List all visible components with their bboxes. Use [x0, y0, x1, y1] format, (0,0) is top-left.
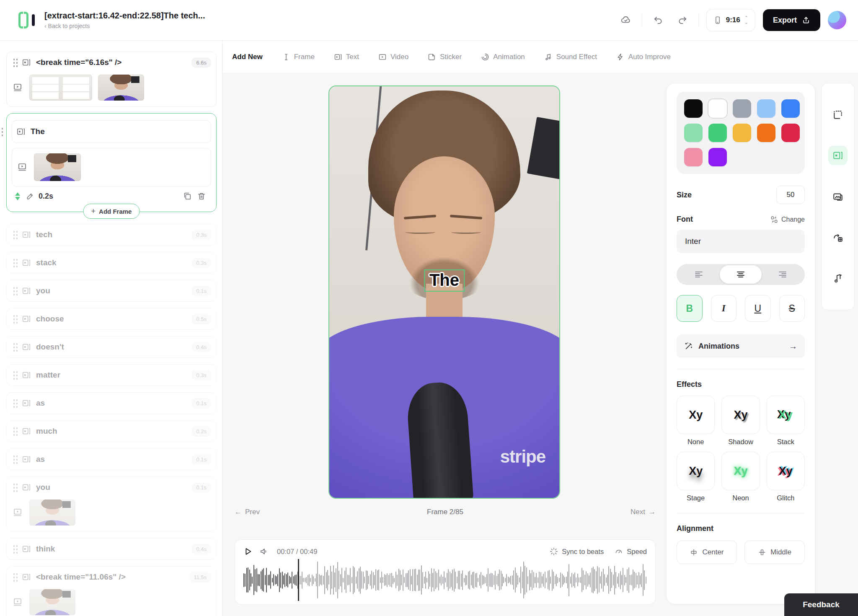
selected-word-box[interactable]: The [12, 120, 211, 143]
animations-button[interactable]: Animations → [677, 334, 805, 358]
thumbnail-video[interactable] [34, 153, 81, 181]
tool-sound-effect[interactable]: Sound Effect [544, 53, 597, 61]
bold-button[interactable]: B [677, 295, 703, 322]
media-tab[interactable] [828, 187, 848, 206]
color-swatch[interactable] [781, 99, 800, 118]
align-center-button[interactable] [720, 265, 762, 284]
tool-auto-improve[interactable]: Auto Improve [616, 53, 671, 61]
timeline-item-word[interactable]: as0.1s [6, 392, 217, 414]
speed-button[interactable]: Speed [615, 547, 647, 556]
audio-tab[interactable] [828, 269, 848, 288]
drag-handle-icon[interactable] [13, 258, 18, 267]
play-button[interactable] [243, 546, 253, 556]
timeline-item-word[interactable]: choose0.5s [6, 308, 217, 330]
cloud-saved-icon[interactable] [618, 12, 634, 28]
playhead[interactable] [298, 559, 299, 601]
timeline-item-word[interactable]: matter0.3s [6, 364, 217, 386]
export-button[interactable]: Export [763, 9, 820, 31]
effect-shadow[interactable]: Xy Shadow [721, 396, 760, 446]
user-avatar[interactable] [828, 11, 846, 29]
caption-text-box[interactable]: The [424, 269, 465, 292]
undo-button[interactable] [650, 12, 667, 28]
captions-tab-selected[interactable] [828, 146, 848, 165]
drag-handle-icon[interactable] [13, 427, 18, 436]
drag-handle-icon[interactable] [13, 455, 18, 464]
align-left-button[interactable] [678, 265, 720, 284]
selected-clip-box[interactable] [12, 148, 211, 186]
change-font-button[interactable]: Change [770, 216, 805, 223]
add-frame-button[interactable]: + Add Frame [83, 204, 140, 219]
delete-button[interactable] [194, 189, 209, 203]
color-swatch[interactable] [757, 99, 775, 118]
color-swatch[interactable] [733, 99, 751, 118]
color-swatch-selected[interactable] [708, 99, 727, 118]
size-input[interactable]: 50 [776, 186, 805, 204]
color-swatch[interactable] [684, 99, 703, 118]
thumbnail-board[interactable] [29, 75, 92, 101]
color-swatch[interactable] [684, 124, 703, 142]
effect-neon[interactable]: Xy Neon [721, 452, 760, 502]
effect-none[interactable]: Xy None [677, 396, 715, 446]
timeline-item-word[interactable]: much0.2s [6, 420, 217, 442]
drag-handle-icon[interactable] [13, 314, 18, 324]
drag-handle-icon[interactable] [13, 286, 18, 295]
drag-handle-icon[interactable] [13, 544, 18, 554]
aspect-ratio-selector[interactable]: 9:16 ⌃⌄ [706, 9, 755, 31]
tool-video[interactable]: Video [378, 53, 408, 61]
replace-tab[interactable] [828, 228, 848, 247]
drag-handle-icon[interactable] [13, 483, 18, 492]
timeline-item-word[interactable]: you0.1s [6, 280, 217, 302]
effect-stage[interactable]: Xy Stage [677, 452, 715, 502]
drag-handle-icon[interactable] [13, 370, 18, 380]
tool-frame[interactable]: Frame [282, 53, 315, 61]
align-middle-vertical-button[interactable]: Middle [744, 541, 805, 564]
canvas-settings-tab[interactable] [828, 105, 848, 124]
thumbnail-video[interactable] [29, 500, 75, 525]
tool-sticker[interactable]: Sticker [428, 53, 462, 61]
drag-handle-icon[interactable] [13, 342, 18, 352]
timeline-item-word[interactable]: as0.1s [6, 448, 217, 470]
redo-button[interactable] [674, 12, 691, 28]
drag-handle-icon[interactable] [0, 127, 4, 136]
prev-frame-button[interactable]: ←Prev [235, 508, 260, 516]
tool-text[interactable]: Text [334, 53, 359, 61]
color-swatch[interactable] [708, 124, 727, 142]
timeline-item-word[interactable]: tech0.3s [6, 224, 217, 246]
underline-button[interactable]: U [745, 295, 771, 322]
timeline-item-word[interactable]: stack0.3s [6, 252, 217, 274]
video-preview[interactable]: stripe The [328, 85, 560, 499]
next-frame-button[interactable]: Next→ [631, 508, 656, 516]
align-right-button[interactable] [762, 265, 804, 284]
drag-handle-icon[interactable] [13, 230, 18, 239]
drag-handle-icon[interactable] [13, 572, 18, 582]
effect-glitch[interactable]: Xy Glitch [767, 452, 805, 502]
timeline-item-selected[interactable]: The 0.2s + [6, 113, 217, 212]
waveform-area[interactable] [243, 561, 647, 599]
italic-button[interactable]: I [711, 295, 737, 322]
drag-handle-icon[interactable] [13, 399, 18, 408]
font-name-field[interactable]: Inter [677, 230, 805, 253]
drag-handle-icon[interactable] [13, 58, 18, 67]
timeline-item-word[interactable]: think0.4s [6, 538, 217, 560]
color-swatch[interactable] [781, 124, 800, 142]
align-center-horizontal-button[interactable]: Center [677, 541, 737, 564]
duplicate-button[interactable] [180, 189, 194, 203]
color-swatch[interactable] [708, 148, 727, 166]
thumbnail-video[interactable] [29, 589, 75, 615]
timeline-item-break[interactable]: <break time="11.06s" />11.5s [6, 566, 217, 616]
reorder-arrows-icon[interactable] [15, 192, 20, 200]
feedback-button[interactable]: Feedback [784, 593, 858, 616]
strikethrough-button[interactable]: S [779, 295, 805, 322]
app-logo-icon[interactable] [18, 9, 37, 31]
color-swatch[interactable] [757, 124, 775, 142]
color-swatch[interactable] [733, 124, 751, 142]
timeline-item-word[interactable]: you0.1s [6, 476, 217, 532]
tool-animation[interactable]: Animation [481, 53, 525, 61]
color-swatch[interactable] [684, 148, 703, 166]
volume-icon[interactable] [259, 546, 269, 556]
edit-pencil-icon[interactable] [26, 192, 34, 200]
back-to-projects-link[interactable]: ‹ Back to projects [44, 23, 205, 30]
effect-stack[interactable]: Xy Stack [767, 396, 805, 446]
sync-to-beats-button[interactable]: Sync to beats [550, 547, 604, 556]
thumbnail-video[interactable] [98, 75, 144, 101]
